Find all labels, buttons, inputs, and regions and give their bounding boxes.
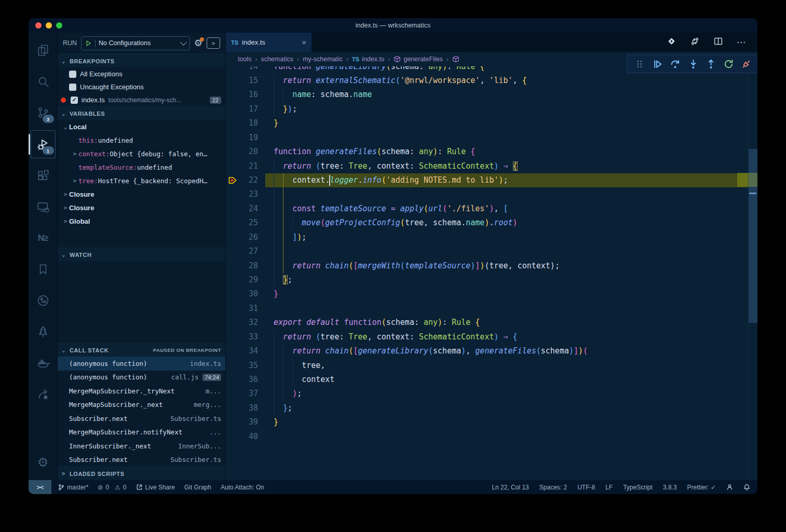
status-feedback[interactable]: [726, 484, 733, 490]
variable-row[interactable]: >context: Object {debug: false, en…: [58, 147, 225, 160]
code-line-32[interactable]: 32export default function(schema: any): …: [226, 316, 748, 330]
breadcrumb-item--function-[interactable]: [452, 56, 462, 63]
extensions-icon[interactable]: [31, 162, 55, 189]
breakpoint-checkbox[interactable]: ✓: [71, 97, 78, 104]
variables-section-header[interactable]: ⌄ VARIABLES: [58, 106, 225, 120]
settings-gear-icon[interactable]: ⚙: [31, 449, 55, 476]
code-line-15[interactable]: 15 return externalSchematic('@nrwl/works…: [226, 74, 748, 88]
code-line-28[interactable]: 28 return chain([mergeWith(templateSourc…: [226, 259, 748, 273]
zoom-window-button[interactable]: [56, 22, 62, 29]
call-stack-frame[interactable]: MergeMapSubscriber._nextmerg...: [58, 398, 225, 412]
breadcrumb-item-my-schematic[interactable]: my-schematic: [303, 56, 343, 63]
breakpoint-checkbox[interactable]: [69, 71, 76, 78]
code-line-16[interactable]: 16 name: schema.name: [226, 88, 748, 102]
breakpoint-checkbox[interactable]: [69, 84, 76, 91]
nx-console-icon[interactable]: N≥: [31, 225, 55, 252]
compare-changes-icon[interactable]: [690, 36, 700, 48]
explorer-icon[interactable]: [31, 37, 55, 64]
drag-grip-icon[interactable]: [635, 59, 645, 69]
run-debug-icon[interactable]: 1: [31, 130, 56, 158]
debug-console-button[interactable]: >: [207, 37, 220, 49]
code-line-21[interactable]: 21 return (tree: Tree, context: Schemati…: [226, 159, 748, 173]
code-line-18[interactable]: 18}: [226, 116, 748, 130]
breadcrumb-item-generatefiles[interactable]: generateFiles: [394, 56, 443, 63]
start-debug-icon[interactable]: [85, 40, 92, 47]
variable-row[interactable]: templateSource: undefined: [58, 160, 225, 174]
restart-icon[interactable]: [724, 59, 734, 69]
variable-row[interactable]: this: undefined: [58, 133, 225, 147]
variables-scope-row[interactable]: >Closure: [58, 187, 225, 201]
code-line-36[interactable]: 36 context: [226, 373, 748, 387]
docker-icon[interactable]: [31, 349, 55, 376]
code-line-37[interactable]: 37 );: [226, 387, 748, 401]
step-into-icon[interactable]: [688, 59, 698, 69]
code-area[interactable]: 14function generateLibrary(schema: any):…: [226, 33, 757, 480]
status-encoding[interactable]: UTF-8: [577, 484, 595, 491]
gitlens-icon[interactable]: [667, 36, 676, 48]
breakpoints-section-header[interactable]: ⌄ BREAKPOINTS: [58, 54, 225, 67]
minimize-window-button[interactable]: [46, 22, 52, 29]
code-line-35[interactable]: 35 tree,: [226, 359, 748, 373]
more-actions-icon[interactable]: ⋯: [737, 37, 746, 48]
bookmarks-icon[interactable]: [31, 256, 55, 283]
code-line-27[interactable]: 27: [226, 244, 748, 258]
status-prettier[interactable]: Prettier: ✓: [687, 484, 716, 491]
code-line-19[interactable]: 19: [226, 131, 748, 145]
status-auto-attach[interactable]: Auto Attach: On: [221, 484, 264, 491]
call-stack-frame[interactable]: MergeMapSubscriber.notifyNext...: [58, 426, 225, 440]
launch-configuration-dropdown[interactable]: No Configurations: [81, 36, 190, 50]
code-line-17[interactable]: 17 });: [226, 102, 748, 116]
code-line-23[interactable]: 23: [226, 187, 748, 201]
breakpoint-row[interactable]: Uncaught Exceptions: [58, 80, 225, 93]
call-stack-frame[interactable]: (anonymous function)index.ts: [58, 357, 225, 371]
editor-scrollbar[interactable]: [748, 33, 757, 480]
status-cursor-position[interactable]: Ln 22, Col 13: [492, 484, 528, 491]
status-problems[interactable]: ⊘0⚠0: [98, 484, 126, 491]
code-line-38[interactable]: 38 };: [226, 401, 748, 415]
git-graph-circle-icon[interactable]: [31, 287, 55, 314]
status-live-share[interactable]: Live Share: [136, 484, 175, 491]
breadcrumb-item-index-ts[interactable]: TSindex.ts: [352, 56, 384, 63]
source-control-icon[interactable]: 3: [31, 99, 55, 126]
close-tab-icon[interactable]: ×: [302, 38, 306, 47]
tab-index-ts[interactable]: TS index.ts ×: [226, 33, 311, 52]
code-line-22[interactable]: 22 context.logger.info('adding NOTES.md …: [226, 173, 748, 187]
watch-section-header[interactable]: ⌄ WATCH: [58, 248, 225, 261]
code-line-29[interactable]: 29 };: [226, 273, 748, 287]
scrollbar-slider[interactable]: [749, 149, 757, 323]
remote-indicator[interactable]: ><: [29, 480, 51, 494]
status-indentation[interactable]: Spaces: 2: [539, 484, 567, 491]
search-icon[interactable]: [31, 68, 55, 95]
disconnect-icon[interactable]: [741, 59, 751, 69]
variable-row[interactable]: >tree: HostTree {_backend: ScopedH…: [58, 174, 225, 187]
step-over-icon[interactable]: [670, 59, 680, 69]
status-eol[interactable]: LF: [605, 484, 613, 491]
status-language-mode[interactable]: TypeScript: [623, 484, 653, 491]
call-stack-frame[interactable]: Subscriber.nextSubscriber.ts: [58, 412, 225, 426]
code-line-31[interactable]: 31: [226, 302, 748, 316]
call-stack-frame[interactable]: Subscriber.nextSubscriber.ts: [58, 453, 225, 467]
variables-scope-row[interactable]: ⌄Local: [58, 120, 225, 133]
breadcrumb-item-tools[interactable]: tools: [238, 56, 251, 63]
call-stack-frame[interactable]: InnerSubscriber._nextInnerSub...: [58, 439, 225, 453]
code-line-20[interactable]: 20function generateFiles(schema: any): R…: [226, 145, 748, 159]
status-git-graph[interactable]: Git Graph: [184, 484, 211, 491]
status-ts-version[interactable]: 3.8.3: [663, 484, 677, 491]
remote-explorer-icon[interactable]: [31, 194, 55, 221]
continue-icon[interactable]: [653, 59, 662, 69]
step-out-icon[interactable]: [706, 59, 716, 69]
breakpoint-row[interactable]: All Exceptions: [58, 67, 225, 80]
call-stack-frame[interactable]: (anonymous function)call.js74:24: [58, 371, 225, 385]
status-notifications[interactable]: [743, 484, 750, 490]
code-line-39[interactable]: 39}: [226, 415, 748, 429]
variables-scope-row[interactable]: >Closure: [58, 201, 225, 214]
breadcrumb-item-schematics[interactable]: schematics: [261, 56, 293, 63]
split-editor-icon[interactable]: [713, 36, 723, 48]
call-stack-section-header[interactable]: ⌄ CALL STACK PAUSED ON BREAKPOINT: [58, 343, 225, 357]
call-stack-frame[interactable]: MergeMapSubscriber._tryNextm...: [58, 384, 225, 398]
loaded-scripts-section-header[interactable]: > LOADED SCRIPTS: [58, 467, 225, 480]
debug-settings-gear[interactable]: ⚙: [194, 38, 202, 48]
todo-tree-icon[interactable]: [31, 318, 55, 345]
code-line-30[interactable]: 30}: [226, 287, 748, 301]
close-window-button[interactable]: [35, 22, 42, 29]
